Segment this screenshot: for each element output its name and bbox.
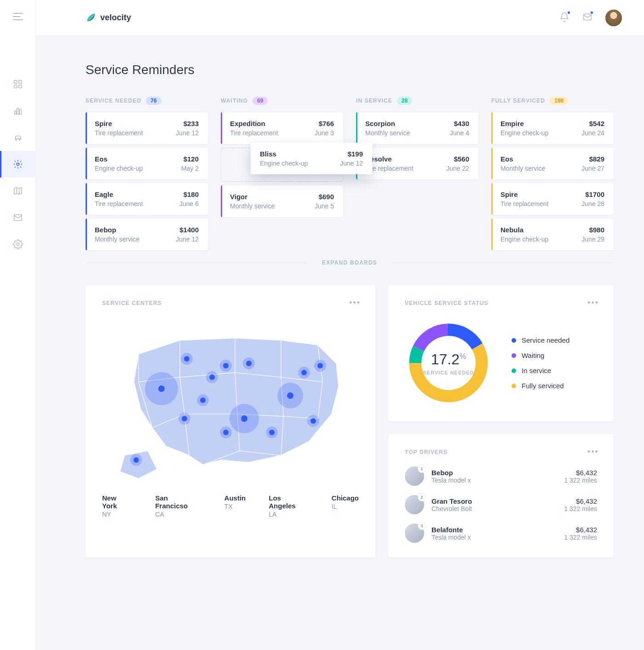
city-item[interactable]: New YorkNY bbox=[102, 494, 132, 518]
svg-point-9 bbox=[17, 163, 19, 166]
city-code: CA bbox=[155, 511, 201, 518]
expand-boards-button[interactable]: EXPAND BOARDS bbox=[86, 259, 614, 266]
legend-dot bbox=[512, 384, 516, 388]
city-code: IL bbox=[332, 503, 359, 510]
card-price: $690 bbox=[319, 193, 334, 201]
card-price: $766 bbox=[319, 120, 334, 127]
dragging-card[interactable]: Bliss$199Engine check-upJune 12 bbox=[251, 143, 372, 174]
nav-mail[interactable] bbox=[0, 204, 36, 231]
card-subtitle: Engine check-up bbox=[500, 129, 548, 137]
card-price: $1700 bbox=[585, 190, 604, 198]
driver-avatar bbox=[405, 523, 424, 543]
svg-point-7 bbox=[15, 139, 17, 140]
city-name: Austin bbox=[224, 494, 246, 502]
svg-point-28 bbox=[200, 397, 206, 403]
driver-miles: 1 322 miles bbox=[564, 477, 597, 484]
panel-title: VEHICLE SERVICE STATUS bbox=[405, 300, 597, 306]
chart-legend: Service neededWaitingIn serviceFully ser… bbox=[512, 336, 569, 390]
us-map bbox=[102, 317, 359, 483]
card-date: June 24 bbox=[581, 129, 604, 137]
card-price: $233 bbox=[184, 120, 199, 127]
card-price: $829 bbox=[589, 155, 604, 163]
city-code: TX bbox=[224, 503, 246, 510]
city-item[interactable]: Los AngelesLA bbox=[269, 494, 309, 518]
service-card[interactable]: Resolve$560Tire replacementJune 22 bbox=[356, 148, 478, 179]
city-code: NY bbox=[102, 511, 132, 518]
svg-rect-10 bbox=[14, 215, 22, 221]
nav-service[interactable] bbox=[0, 151, 36, 178]
card-name: Vigor bbox=[230, 193, 247, 201]
card-date: June 12 bbox=[176, 129, 199, 137]
card-date: June 22 bbox=[446, 165, 469, 172]
city-name: Chicago bbox=[332, 494, 359, 502]
service-card[interactable]: Scorpion$430Monthly serviceJune 4 bbox=[356, 112, 478, 144]
card-date: May 2 bbox=[181, 165, 199, 172]
panel-more-button[interactable]: ••• bbox=[587, 447, 599, 457]
driver-row[interactable]: BebopTesla model x$6,4321 322 miles bbox=[405, 466, 597, 486]
svg-point-40 bbox=[310, 418, 316, 424]
top-drivers-panel: TOP DRIVERS ••• BebopTesla model x$6,432… bbox=[388, 434, 614, 558]
panel-more-button[interactable]: ••• bbox=[349, 298, 361, 308]
panel-more-button[interactable]: ••• bbox=[587, 298, 599, 308]
panel-title: TOP DRIVERS bbox=[405, 449, 597, 455]
car-icon bbox=[13, 132, 23, 143]
nav-settings[interactable] bbox=[0, 231, 36, 258]
service-card[interactable]: Spire$233Tire replacementJune 12 bbox=[86, 112, 208, 144]
leaf-icon bbox=[86, 13, 96, 23]
service-card[interactable]: Expedition$766Tire replacementJune 3 bbox=[221, 112, 343, 144]
driver-row[interactable]: BelafonteTesla model x$6,4321 322 miles bbox=[405, 523, 597, 543]
nav-dashboard[interactable] bbox=[0, 71, 36, 98]
card-subtitle: Engine check-up bbox=[95, 165, 143, 172]
board-title: SERVICE NEEDED bbox=[86, 98, 141, 104]
city-item[interactable]: AustinTX bbox=[224, 494, 246, 518]
card-price: $560 bbox=[454, 155, 469, 163]
brand-logo[interactable]: velocity bbox=[86, 13, 131, 23]
svg-point-20 bbox=[184, 356, 190, 362]
card-subtitle: Monthly service bbox=[95, 236, 139, 243]
nav-rail bbox=[0, 0, 36, 650]
message-dot bbox=[590, 11, 593, 14]
card-price: $980 bbox=[589, 226, 604, 234]
svg-point-32 bbox=[223, 430, 229, 435]
drop-zone[interactable]: Bliss$199Engine check-upJune 12 bbox=[221, 148, 343, 182]
menu-toggle[interactable] bbox=[13, 13, 23, 20]
service-card[interactable]: Nebula$980Engine check-upJune 29 bbox=[491, 219, 614, 250]
service-card[interactable]: Eos$829Monthly serviceJune 27 bbox=[491, 148, 614, 179]
driver-car: Tesla model x bbox=[431, 534, 557, 541]
card-subtitle: Monthly service bbox=[230, 202, 275, 210]
card-name: Eos bbox=[95, 155, 108, 163]
city-item[interactable]: ChicagoIL bbox=[332, 494, 359, 518]
driver-car: Tesla model x bbox=[431, 477, 557, 484]
service-centers-panel: SERVICE CENTERS ••• bbox=[86, 285, 375, 558]
card-name: Eos bbox=[500, 155, 513, 163]
board-header: IN SERVICE28 bbox=[356, 97, 478, 105]
board-column: WAITING69Expedition$766Tire replacementJ… bbox=[221, 97, 343, 250]
service-card[interactable]: Vigor$690Monthly serviceJune 5 bbox=[221, 185, 343, 217]
nav-analytics[interactable] bbox=[0, 98, 36, 124]
service-card[interactable]: Empire$542Engine check-upJune 24 bbox=[491, 112, 614, 144]
legend-item: In service bbox=[512, 367, 569, 374]
svg-point-26 bbox=[246, 361, 252, 366]
driver-row[interactable]: Gran TesoroChevrolet Bolt$6,4321 322 mil… bbox=[405, 495, 597, 514]
service-card[interactable]: Eagle$180Tire replacementJune 6 bbox=[86, 183, 208, 215]
service-card[interactable]: Spire$1700Tire replacementJune 28 bbox=[491, 183, 614, 215]
bar-chart-icon bbox=[13, 106, 23, 116]
user-avatar[interactable] bbox=[605, 10, 622, 26]
service-card[interactable]: Eos$120Engine check-upMay 2 bbox=[86, 148, 208, 179]
board-column: SERVICE NEEDED76Spire$233Tire replacemen… bbox=[86, 97, 208, 250]
nav-map[interactable] bbox=[0, 178, 36, 204]
map-icon bbox=[13, 186, 23, 196]
legend-label: In service bbox=[522, 367, 551, 374]
card-subtitle: Engine check-up bbox=[260, 160, 308, 167]
legend-dot bbox=[512, 353, 516, 358]
notifications-button[interactable] bbox=[559, 12, 569, 24]
nav-vehicles[interactable] bbox=[0, 124, 36, 151]
messages-button[interactable] bbox=[582, 12, 592, 24]
service-card[interactable]: Bebop$1400Monthly serviceJune 12 bbox=[86, 219, 208, 250]
city-name: Los Angeles bbox=[269, 494, 309, 510]
driver-amount: $6,432 bbox=[564, 469, 597, 477]
city-item[interactable]: San FrancicsoCA bbox=[155, 494, 201, 518]
svg-rect-6 bbox=[19, 109, 21, 114]
card-price: $180 bbox=[184, 190, 199, 198]
topbar: velocity bbox=[36, 0, 644, 36]
